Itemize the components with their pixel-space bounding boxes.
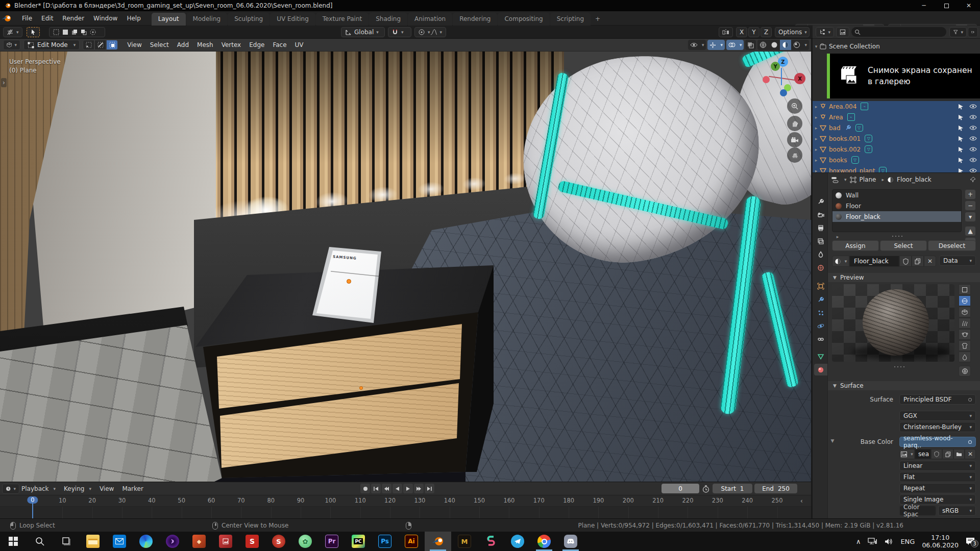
outliner-item-boxwood_plant[interactable]: ▸boxwood_plant▽: [813, 165, 980, 172]
proportional-editing-dropdown[interactable]: ▾ ▾: [414, 27, 446, 37]
record-button[interactable]: [360, 484, 370, 493]
taskbar-app-app-purple[interactable]: [159, 532, 186, 551]
outliner-editor-type-dropdown[interactable]: ▾: [816, 27, 834, 37]
mirror-x-button[interactable]: X: [736, 27, 747, 37]
disclosure-icon[interactable]: ▸: [813, 147, 820, 152]
object-name[interactable]: books: [829, 157, 847, 164]
ruler-tick-10[interactable]: 10: [59, 497, 66, 504]
properties-editor-icon[interactable]: [831, 177, 839, 183]
gizmo-z-neg-ball[interactable]: [780, 89, 787, 96]
disclosure-icon[interactable]: ▸: [813, 104, 820, 109]
preview-flat-button[interactable]: [959, 284, 971, 295]
select-mode-icons[interactable]: [49, 27, 105, 37]
resize-grip[interactable]: [893, 366, 905, 368]
ruler-tick-230[interactable]: 230: [712, 497, 723, 504]
tab-texture-paint[interactable]: Texture Paint: [316, 13, 369, 26]
tab-uv-editing[interactable]: UV Editing: [270, 13, 315, 26]
snap-dropdown[interactable]: ▾: [388, 27, 411, 37]
selectable-arrow-icon[interactable]: [958, 103, 964, 110]
disclosure-icon[interactable]: ▸: [813, 126, 820, 131]
taskbar-app-discord[interactable]: [557, 532, 584, 551]
menu-render[interactable]: Render: [58, 13, 89, 24]
preview-cube-button[interactable]: [959, 307, 971, 317]
tab-sculpting[interactable]: Sculpting: [228, 13, 270, 26]
object-name[interactable]: bad: [829, 124, 841, 132]
outliner-search-input[interactable]: [851, 27, 946, 37]
taskbar-app-telegram[interactable]: [504, 532, 531, 551]
taskbar-app-premiere-pro[interactable]: Pr: [318, 532, 345, 551]
hide-eye-icon[interactable]: [969, 125, 977, 131]
language-indicator[interactable]: ENG: [900, 538, 915, 545]
tab-render[interactable]: [814, 209, 827, 220]
selectable-arrow-icon[interactable]: [958, 114, 964, 120]
screenshot-notification-toast[interactable]: Снимок экрана сохранен в галерею: [830, 54, 980, 98]
properties-panel[interactable]: ▾ Plane ▸ Floor_black Wall Floor Floor_b…: [813, 172, 980, 518]
preview-sphere-button[interactable]: [959, 295, 971, 306]
hide-eye-icon[interactable]: [969, 157, 977, 163]
object-name[interactable]: boxwood_plant: [829, 167, 875, 173]
outliner-display-mode-icon[interactable]: [836, 27, 849, 37]
tab-scene[interactable]: [814, 248, 827, 260]
viewport-menu-add[interactable]: Add: [173, 40, 193, 50]
options-dropdown[interactable]: Options ▾: [775, 27, 810, 37]
outliner-item-Area[interactable]: ▸Area⌁: [813, 112, 980, 122]
object-name[interactable]: Area.004: [829, 103, 856, 110]
playhead[interactable]: [32, 503, 33, 519]
face-select-button[interactable]: [106, 40, 118, 50]
current-frame-field[interactable]: 0: [662, 484, 699, 493]
slot-specials-dropdown[interactable]: ▾: [965, 212, 976, 222]
speaker-icon[interactable]: [884, 538, 893, 545]
camera-view-button[interactable]: [787, 132, 802, 147]
ruler-tick-110[interactable]: 110: [355, 497, 366, 504]
disclosure-icon[interactable]: ▸: [813, 158, 820, 163]
task-view-button[interactable]: [53, 532, 80, 551]
blender-logo-icon[interactable]: [1, 14, 12, 22]
gizmo-x-neg-ball[interactable]: [763, 76, 770, 83]
taskbar-app-pycharm[interactable]: PC: [345, 532, 372, 551]
outliner-item-bad[interactable]: ▸bad▽: [813, 122, 980, 133]
timeline-editor-type-dropdown[interactable]: ▾: [2, 484, 19, 494]
pan-button[interactable]: [787, 116, 802, 131]
viewport-menu-edge[interactable]: Edge: [245, 40, 268, 50]
preview-cloth-button[interactable]: [959, 340, 971, 351]
filter-dropdown[interactable]: ▾: [949, 27, 967, 37]
taskbar-app-photoshop[interactable]: Ps: [372, 532, 398, 551]
play-button[interactable]: [403, 484, 413, 493]
surface-shader-field[interactable]: Principled BSDF: [899, 394, 976, 405]
tab-tool[interactable]: [814, 195, 827, 207]
xray-toggle[interactable]: [745, 40, 756, 50]
ruler-tick-180[interactable]: 180: [563, 497, 574, 504]
menu-window[interactable]: Window: [89, 13, 122, 24]
tab-layout[interactable]: Layout: [152, 13, 186, 26]
taskbar-app-app-s[interactable]: [478, 532, 504, 551]
viewport-menu-mesh[interactable]: Mesh: [193, 40, 217, 50]
taskbar-app-file-explorer[interactable]: [80, 532, 106, 551]
preview-section-header[interactable]: ▼ Preview: [828, 273, 980, 282]
jump-to-end-button[interactable]: [425, 484, 434, 493]
hide-eye-icon[interactable]: [969, 136, 977, 141]
mirror-icon[interactable]: [719, 27, 733, 37]
selectable-arrow-icon[interactable]: [958, 167, 964, 172]
ruler-tick-120[interactable]: 120: [384, 497, 396, 504]
timeline-menu-playback[interactable]: Playback▾: [17, 483, 60, 494]
taskbar-app-app-orange-box[interactable]: ◆: [186, 532, 212, 551]
object-name[interactable]: Area: [829, 114, 843, 121]
select-box-tool-button[interactable]: [27, 27, 40, 37]
navigation-gizmo[interactable]: Z Y X: [760, 56, 811, 102]
ruler-tick-170[interactable]: 170: [533, 497, 545, 504]
tab-particles[interactable]: [814, 307, 827, 318]
tab-object-data[interactable]: [814, 350, 827, 362]
extension-dropdown[interactable]: Repeat▾: [899, 483, 976, 493]
taskbar-app-app-m[interactable]: M: [451, 532, 478, 551]
viewport-3d[interactable]: ▾ Edit Mode ▾ ViewSelectAddMeshVertexEdg…: [0, 39, 811, 482]
viewport-menu-vertex[interactable]: Vertex: [217, 40, 246, 50]
source-dropdown[interactable]: Single Image▾: [899, 494, 976, 505]
hide-eye-icon[interactable]: [969, 146, 977, 152]
taskbar-search-button[interactable]: [27, 532, 53, 551]
tab-view-layer[interactable]: [814, 235, 827, 247]
tab-animation[interactable]: Animation: [408, 13, 452, 26]
wireframe-shading-button[interactable]: [757, 40, 769, 50]
gizmo-y-ball[interactable]: Y: [771, 62, 780, 71]
outliner-item-books.001[interactable]: ▸books.001▽: [813, 133, 980, 144]
disclosure-icon[interactable]: ▸: [813, 168, 820, 173]
